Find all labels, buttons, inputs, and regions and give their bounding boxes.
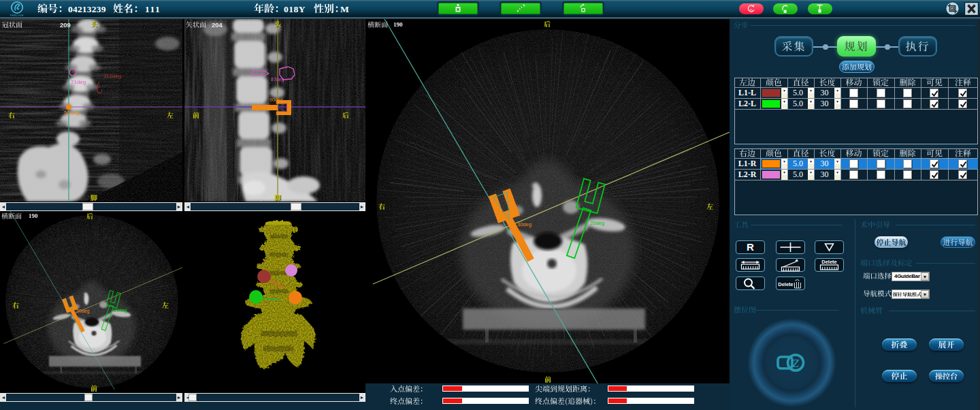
- svg-text:Z: Z: [792, 357, 799, 370]
- svg-text:30deg: 30deg: [517, 221, 532, 227]
- svg-text:50deg: 50deg: [64, 110, 79, 116]
- svg-text:87deg: 87deg: [271, 77, 284, 82]
- svg-text:112deg: 112deg: [103, 73, 121, 79]
- svg-text:R: R: [747, 241, 754, 253]
- svg-text:Delete: Delete: [821, 259, 837, 265]
- svg-text:71deg: 71deg: [71, 79, 86, 85]
- svg-text:PERLOVE: PERLOVE: [10, 14, 24, 17]
- svg-text:Delete: Delete: [778, 281, 794, 287]
- svg-text:204: 204: [212, 21, 223, 29]
- svg-text:30deg: 30deg: [76, 309, 90, 314]
- svg-text:20deg: 20deg: [590, 220, 604, 226]
- svg-text:20deg: 20deg: [114, 308, 127, 313]
- svg-text:209: 209: [60, 21, 71, 29]
